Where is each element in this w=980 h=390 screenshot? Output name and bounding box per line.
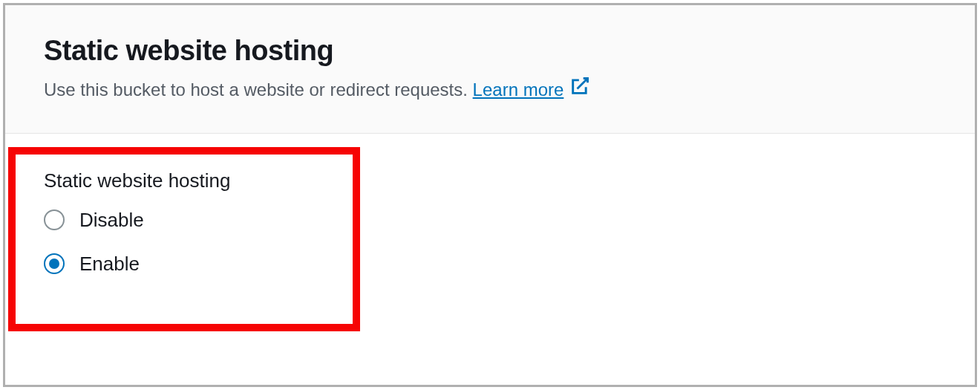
- learn-more-label: Learn more: [473, 77, 564, 103]
- radio-label-disable: Disable: [79, 209, 144, 232]
- radio-indicator-enable: [44, 253, 65, 274]
- panel-header: Static website hosting Use this bucket t…: [5, 5, 975, 134]
- radio-indicator-disable: [44, 209, 65, 230]
- static-hosting-radio-group: Static website hosting Disable Enable: [5, 134, 975, 326]
- subtitle-text: Use this bucket to host a website or red…: [44, 79, 473, 100]
- panel-subtitle: Use this bucket to host a website or red…: [44, 76, 936, 103]
- settings-panel: Static website hosting Use this bucket t…: [3, 3, 977, 387]
- radio-option-disable[interactable]: Disable: [44, 209, 936, 232]
- radio-label-enable: Enable: [79, 253, 140, 276]
- radio-option-enable[interactable]: Enable: [44, 253, 936, 276]
- learn-more-link[interactable]: Learn more: [473, 76, 591, 103]
- radio-selected-dot: [49, 259, 59, 269]
- external-link-icon: [569, 76, 590, 103]
- panel-body: Static website hosting Disable Enable: [5, 134, 975, 326]
- radio-group-label: Static website hosting: [44, 169, 936, 192]
- panel-title: Static website hosting: [44, 35, 936, 67]
